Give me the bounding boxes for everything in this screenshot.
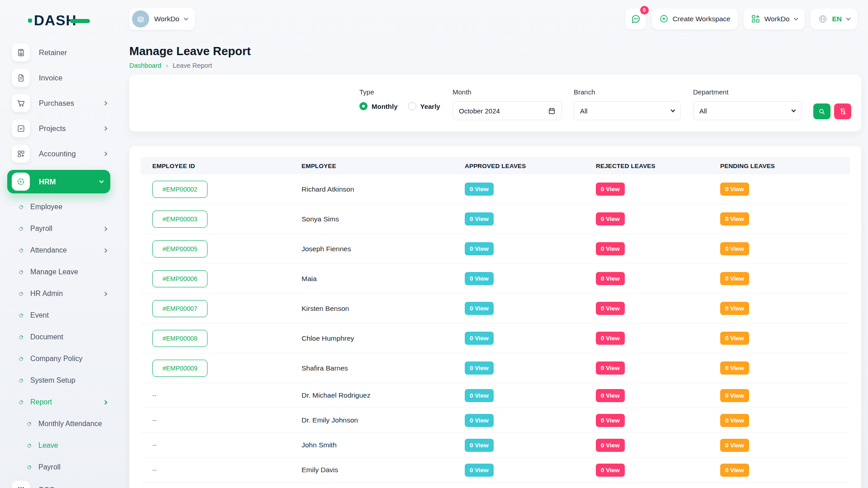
employee-id-button[interactable]: #EMP00009 bbox=[152, 360, 208, 377]
monthly-radio-label[interactable]: Monthly bbox=[372, 103, 398, 110]
workspace-selector[interactable]: WorkDo bbox=[129, 8, 195, 30]
month-input[interactable]: October 2024 bbox=[453, 101, 562, 120]
yearly-radio-label[interactable]: Yearly bbox=[420, 103, 440, 110]
approved-leaves-view-badge[interactable]: 0 View bbox=[465, 439, 494, 452]
search-button[interactable] bbox=[813, 103, 830, 119]
rejected-leaves-view-badge[interactable]: 0 View bbox=[596, 242, 625, 255]
sidebar-item-monthly-attendance[interactable]: Monthly Attendance bbox=[0, 416, 110, 432]
sidebar-item-attendance[interactable]: Attendance bbox=[0, 242, 110, 258]
pending-leaves-view-badge[interactable]: 0 View bbox=[720, 439, 749, 452]
sidebar-item-employee[interactable]: Employee bbox=[0, 199, 110, 215]
sidebar-item-hr-admin[interactable]: HR Admin bbox=[0, 286, 110, 302]
rejected-leaves-view-badge[interactable]: 0 View bbox=[596, 332, 625, 345]
employee-id-button[interactable]: #EMP00007 bbox=[152, 300, 208, 317]
sidebar-item-payroll[interactable]: Payroll bbox=[0, 221, 110, 237]
pending-leaves-view-badge[interactable]: 0 View bbox=[720, 361, 749, 375]
chevron-down-icon bbox=[794, 16, 798, 20]
sidebar-item-company-policy[interactable]: Company Policy bbox=[0, 351, 110, 367]
table-row: #EMP00009 Shafira Barnes 0 View 0 View 0 bbox=[141, 353, 850, 383]
month-label: Month bbox=[453, 88, 562, 96]
pending-leaves-view-badge[interactable]: 0 View bbox=[720, 332, 749, 345]
sidebar-item-report[interactable]: Report bbox=[0, 394, 110, 410]
brand-logo[interactable]: DASH bbox=[28, 12, 118, 29]
sidebar-item-accounting[interactable]: Accounting bbox=[12, 145, 110, 163]
employee-id-button[interactable]: -- bbox=[152, 392, 156, 399]
sidebar-item-hrm[interactable]: HRM bbox=[7, 170, 110, 193]
employee-id-button[interactable]: #EMP00003 bbox=[152, 211, 208, 228]
approved-leaves-view-badge[interactable]: 0 View bbox=[465, 464, 494, 477]
employee-name: Richard Atkinson bbox=[302, 185, 354, 193]
language-button[interactable]: EN bbox=[811, 9, 857, 29]
chevron-right-icon bbox=[103, 400, 108, 404]
approved-leaves-view-badge[interactable]: 0 View bbox=[465, 389, 494, 402]
yearly-radio[interactable] bbox=[408, 102, 416, 110]
sidebar-item-purchases[interactable]: Purchases bbox=[12, 94, 110, 112]
messages-button[interactable]: 0 bbox=[625, 9, 646, 29]
approved-leaves-view-badge[interactable]: 0 View bbox=[465, 212, 494, 225]
table-row: #EMP00003 Sonya Sims 0 View 0 View 0 Vie bbox=[141, 204, 850, 234]
sidebar-item-projects[interactable]: Projects bbox=[12, 119, 110, 137]
pending-leaves-view-badge[interactable]: 0 View bbox=[720, 242, 749, 255]
bullet-ring-icon bbox=[26, 465, 32, 470]
rejected-leaves-view-badge[interactable]: 0 View bbox=[596, 414, 625, 427]
employee-id-button[interactable]: #EMP00002 bbox=[152, 181, 208, 198]
breadcrumb-dashboard-link[interactable]: Dashboard bbox=[129, 62, 161, 69]
sidebar-item-leave[interactable]: Leave bbox=[0, 437, 110, 454]
approved-leaves-view-badge[interactable]: 0 View bbox=[465, 361, 494, 375]
rejected-leaves-view-badge[interactable]: 0 View bbox=[596, 212, 625, 225]
sidebar-item-system-setup[interactable]: System Setup bbox=[0, 372, 110, 389]
sidebar-item-invoice[interactable]: Invoice bbox=[12, 69, 110, 87]
sidebar-item-retainer[interactable]: Retainer bbox=[12, 43, 110, 61]
sidebar-item-document[interactable]: Document bbox=[0, 329, 110, 345]
pending-leaves-view-badge[interactable]: 0 View bbox=[720, 302, 749, 315]
employee-id-button[interactable]: -- bbox=[152, 417, 156, 424]
sidebar-nav: Retainer Invoice Purchases Projects bbox=[0, 43, 118, 488]
approved-leaves-view-badge[interactable]: 0 View bbox=[465, 332, 494, 345]
rejected-leaves-view-badge[interactable]: 0 View bbox=[596, 439, 625, 452]
breadcrumb: Dashboard › Leave Report bbox=[129, 62, 861, 69]
employee-id-button[interactable]: #EMP00008 bbox=[152, 330, 208, 347]
employee-id-button[interactable]: -- bbox=[152, 466, 156, 474]
sidebar-item-manage-leave[interactable]: Manage Leave bbox=[0, 264, 110, 280]
approved-leaves-view-badge[interactable]: 0 View bbox=[465, 302, 494, 315]
sidebar-item-label: Invoice bbox=[39, 74, 62, 82]
department-select[interactable]: All bbox=[693, 101, 802, 120]
rejected-leaves-view-badge[interactable]: 0 View bbox=[596, 272, 625, 285]
rejected-leaves-view-badge[interactable]: 0 View bbox=[596, 389, 625, 402]
sidebar-item-payroll-report[interactable]: Payroll bbox=[0, 459, 110, 475]
workspace-avatar bbox=[132, 10, 149, 28]
calendar-icon[interactable] bbox=[548, 107, 556, 115]
pending-leaves-view-badge[interactable]: 0 View bbox=[720, 464, 749, 477]
approved-leaves-view-badge[interactable]: 0 View bbox=[465, 242, 494, 255]
app-switcher-button[interactable]: WorkDo bbox=[744, 9, 805, 29]
table-header-row: EMPLOYEE ID EMPLOYEE APPROVED LEAVES REJ… bbox=[141, 157, 850, 174]
rejected-leaves-view-badge[interactable]: 0 View bbox=[596, 464, 625, 477]
employee-id-button[interactable]: -- bbox=[152, 441, 156, 449]
approved-leaves-view-badge[interactable]: 0 View bbox=[465, 414, 494, 427]
column-pending-leaves: PENDING LEAVES bbox=[708, 163, 850, 169]
pending-leaves-view-badge[interactable]: 0 View bbox=[720, 272, 749, 285]
pending-leaves-view-badge[interactable]: 0 View bbox=[720, 414, 749, 427]
reset-button[interactable] bbox=[834, 103, 851, 119]
branch-select[interactable]: All bbox=[574, 101, 681, 120]
monthly-radio[interactable] bbox=[359, 102, 368, 110]
create-workspace-button[interactable]: Create Workspace bbox=[652, 9, 738, 29]
approved-leaves-view-badge[interactable]: 0 View bbox=[465, 272, 494, 285]
rejected-leaves-view-badge[interactable]: 0 View bbox=[596, 183, 625, 196]
employee-id-button[interactable]: #EMP00005 bbox=[152, 240, 208, 258]
rejected-leaves-view-badge[interactable]: 0 View bbox=[596, 302, 625, 315]
employee-name: Sonya Sims bbox=[302, 215, 339, 223]
sidebar-item-pos[interactable]: POS bbox=[12, 481, 110, 488]
rejected-leaves-view-badge[interactable]: 0 View bbox=[596, 361, 625, 375]
grid-plus-icon bbox=[751, 14, 760, 23]
sidebar-item-event[interactable]: Event bbox=[0, 307, 110, 324]
type-label: Type bbox=[359, 88, 447, 96]
pending-leaves-view-badge[interactable]: 0 View bbox=[720, 183, 749, 196]
employee-id-button[interactable]: #EMP00006 bbox=[152, 270, 208, 287]
sidebar-item-label: Projects bbox=[39, 124, 66, 133]
chevron-down-icon bbox=[671, 108, 675, 113]
approved-leaves-view-badge[interactable]: 0 View bbox=[465, 183, 494, 196]
page-content: Manage Leave Report Dashboard › Leave Re… bbox=[118, 44, 868, 488]
pending-leaves-view-badge[interactable]: 0 View bbox=[720, 212, 749, 225]
pending-leaves-view-badge[interactable]: 0 View bbox=[720, 389, 749, 402]
